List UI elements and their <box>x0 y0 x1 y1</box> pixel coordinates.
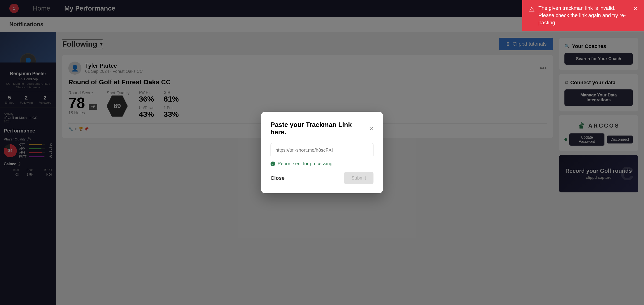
modal-success-message: ✓ Report sent for processing <box>270 161 374 166</box>
error-toast: ⚠ The given trackman link is invalid. Pl… <box>522 0 644 31</box>
warning-icon: ⚠ <box>529 5 535 14</box>
trackman-modal: Paste your Trackman Link here. × ✓ Repor… <box>261 112 383 193</box>
modal-header: Paste your Trackman Link here. × <box>270 121 374 136</box>
trackman-link-input[interactable] <box>270 143 374 157</box>
toast-close-button[interactable]: × <box>634 5 638 12</box>
success-check-icon: ✓ <box>270 162 275 166</box>
modal-submit-button[interactable]: Submit <box>344 172 374 184</box>
modal-footer: Close Submit <box>270 172 374 184</box>
toast-message: The given trackman link is invalid. Plea… <box>538 5 630 26</box>
modal-close-button[interactable]: × <box>369 124 374 133</box>
modal-close-text-button[interactable]: Close <box>270 175 284 181</box>
modal-overlay: Paste your Trackman Link here. × ✓ Repor… <box>0 0 644 305</box>
modal-title: Paste your Trackman Link here. <box>270 121 369 136</box>
